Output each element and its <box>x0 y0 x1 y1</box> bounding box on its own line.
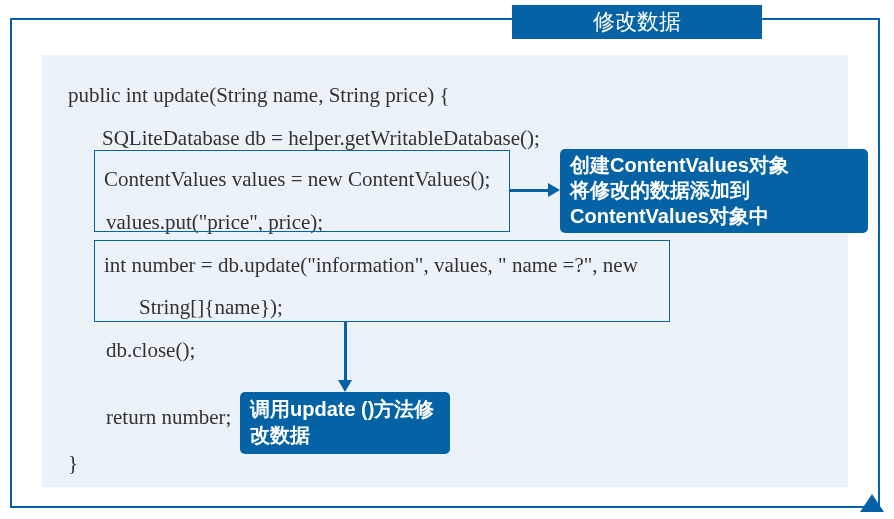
callout2-line2: 改数据 <box>250 423 440 449</box>
callout1-line1: 创建ContentValues对象 <box>570 153 858 179</box>
callout-contentvalues: 创建ContentValues对象 将修改的数据添加到 ContentValue… <box>560 149 868 233</box>
callout1-line3: ContentValues对象中 <box>570 204 858 230</box>
highlight-box-2 <box>94 240 670 322</box>
callout1-line2: 将修改的数据添加到 <box>570 178 858 204</box>
highlight-box-1 <box>94 150 510 232</box>
corner-triangle-icon <box>860 494 884 512</box>
arrow-2-line <box>344 322 347 382</box>
arrow-2-head <box>338 380 352 392</box>
callout-update: 调用update ()方法修 改数据 <box>240 392 450 454</box>
code-line-1: public int update(String name, String pr… <box>68 83 450 108</box>
code-line-8: return number; <box>106 405 231 430</box>
arrow-1-line <box>510 189 550 192</box>
arrow-1-head <box>548 183 560 197</box>
title-badge: 修改数据 <box>512 5 762 39</box>
callout2-line1: 调用update ()方法修 <box>250 397 440 423</box>
code-line-2: SQLiteDatabase db = helper.getWritableDa… <box>102 126 540 151</box>
code-line-7: db.close(); <box>106 338 195 363</box>
title-text: 修改数据 <box>593 7 681 37</box>
code-line-9: } <box>68 451 78 476</box>
